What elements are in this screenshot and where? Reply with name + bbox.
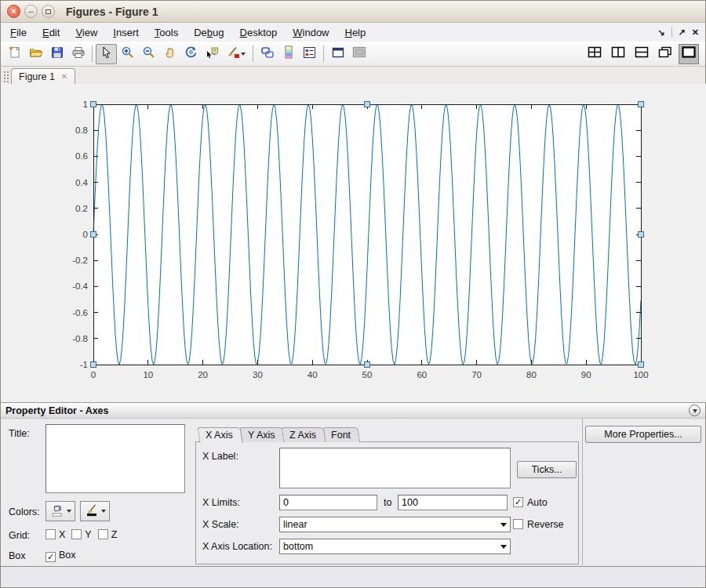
x-label-label: X Label:: [202, 451, 238, 462]
colors-label: Colors:: [9, 506, 40, 517]
hide-plot-tools-button[interactable]: [327, 44, 348, 64]
menu-item-window[interactable]: Window: [287, 24, 334, 41]
x-limits-auto-checkbox[interactable]: ✓: [513, 497, 523, 507]
svg-text:80: 80: [526, 370, 537, 379]
insert-colorbar-button[interactable]: [278, 44, 299, 64]
x-limits-min-input[interactable]: [279, 495, 377, 510]
window-maximize-button[interactable]: [42, 5, 55, 18]
menu-item-debug[interactable]: Debug: [188, 24, 229, 41]
save-icon: [51, 46, 64, 62]
layout-split-horizontal-icon: [635, 46, 649, 61]
show-plot-tools-button[interactable]: [348, 44, 369, 64]
more-properties-button[interactable]: More Properties...: [585, 426, 701, 443]
tab-grip-handle[interactable]: [2, 70, 9, 82]
svg-text:0: 0: [91, 370, 96, 379]
tab-font[interactable]: Font: [323, 427, 361, 442]
figure-toolbar: [1, 42, 705, 67]
line-color-caret: [101, 510, 106, 513]
hand-pan-icon: [164, 46, 176, 62]
grid-x-checkbox[interactable]: [45, 529, 56, 539]
toolbar-separator: [92, 45, 93, 62]
zoom-in-button[interactable]: [117, 44, 138, 64]
brush-dropdown-caret[interactable]: [241, 53, 246, 56]
menu-item-tools[interactable]: Tools: [149, 24, 184, 41]
svg-text:-0.6: -0.6: [72, 308, 88, 318]
toolbar-separator: [323, 45, 324, 62]
figure-canvas[interactable]: 0102030405060708090100-1-0.8-0.6-0.4-0.2…: [1, 84, 705, 402]
x-label-input[interactable]: [279, 448, 511, 488]
rotate-3d-button[interactable]: [180, 44, 202, 64]
box-label: Box: [9, 550, 26, 561]
menu-item-edit[interactable]: Edit: [37, 24, 65, 41]
layout-split-horizontal-button[interactable]: [631, 44, 652, 64]
maximize-icon: [45, 9, 51, 14]
x-scale-label: X Scale:: [202, 519, 239, 530]
x-limits-max-input[interactable]: [398, 495, 508, 510]
grid-y-checkbox[interactable]: [71, 529, 82, 539]
toolbar-separator: [253, 45, 253, 62]
svg-text:10: 10: [143, 370, 153, 379]
layout-grid-icon: [588, 46, 602, 61]
svg-text:0.8: 0.8: [75, 125, 88, 135]
layout-float-button[interactable]: [655, 44, 675, 64]
layout-maximized-icon: [682, 46, 696, 61]
property-editor-header[interactable]: Property Editor - Axes: [1, 402, 705, 419]
dock-figure-icon[interactable]: ↘: [657, 27, 664, 38]
tab-close-icon[interactable]: ✕: [61, 72, 67, 81]
brush-icon: [227, 46, 240, 62]
property-editor-body: Title: Colors: Grid: X Y Z Box ✓Box X Ax…: [1, 419, 705, 567]
print-figure-button[interactable]: [67, 44, 89, 64]
fill-color-button[interactable]: [45, 501, 75, 521]
svg-text:-0.8: -0.8: [72, 334, 88, 343]
layout-grid-button[interactable]: [584, 44, 605, 64]
pan-button[interactable]: [159, 44, 180, 64]
grid-z-checkbox[interactable]: [98, 529, 108, 539]
menu-item-insert[interactable]: Insert: [107, 24, 144, 41]
paint-bucket-icon: [50, 503, 64, 520]
box-checkbox[interactable]: ✓: [45, 552, 56, 562]
line-color-button[interactable]: [80, 501, 110, 521]
new-figure-icon: [8, 45, 21, 62]
print-icon: [71, 46, 86, 62]
x-axis-location-value: bottom: [283, 541, 313, 552]
menu-item-view[interactable]: View: [70, 24, 103, 41]
axis-tab-strip: X Axis Y Axis Z Axis Font: [198, 427, 358, 442]
brush-data-button[interactable]: [223, 44, 249, 64]
edit-plot-button[interactable]: [96, 44, 117, 64]
menu-item-file[interactable]: File: [5, 24, 32, 41]
save-figure-button[interactable]: [46, 44, 67, 64]
reverse-checkbox[interactable]: [513, 519, 523, 529]
insert-legend-button[interactable]: [299, 44, 320, 64]
undock-icon[interactable]: ↗: [679, 27, 686, 38]
svg-text:0: 0: [83, 230, 88, 239]
data-cursor-button[interactable]: [202, 44, 223, 64]
collapse-panel-icon[interactable]: [689, 405, 701, 416]
zoom-out-icon: [142, 45, 155, 62]
tab-figure-1[interactable]: Figure 1 ✕: [11, 68, 75, 84]
open-file-button[interactable]: [25, 44, 46, 64]
x-axis-location-dropdown[interactable]: bottom: [279, 539, 511, 554]
layout-split-vertical-icon: [611, 46, 625, 61]
window-close-button[interactable]: ×: [7, 5, 20, 18]
new-figure-button[interactable]: [4, 44, 25, 64]
pointer-arrow-icon: [101, 46, 112, 62]
tab-y-axis[interactable]: Y Axis: [239, 427, 284, 442]
axes-plot[interactable]: 0102030405060708090100-1-0.8-0.6-0.4-0.2…: [1, 84, 706, 402]
menu-item-desktop[interactable]: Desktop: [235, 24, 283, 41]
zoom-out-button[interactable]: [138, 44, 159, 64]
svg-text:-0.4: -0.4: [72, 281, 88, 291]
tab-z-axis[interactable]: Z Axis: [282, 427, 326, 442]
x-scale-dropdown[interactable]: linear: [279, 517, 511, 532]
svg-text:0.4: 0.4: [75, 178, 89, 187]
layout-split-vertical-button[interactable]: [608, 44, 628, 64]
close-figure-icon[interactable]: ✕: [692, 27, 699, 38]
menu-item-help[interactable]: Help: [340, 24, 372, 41]
fill-color-caret: [67, 510, 71, 513]
layout-maximized-button[interactable]: [679, 44, 699, 64]
ticks-button[interactable]: Ticks...: [517, 461, 577, 478]
axes-title-input[interactable]: [45, 424, 185, 493]
tab-x-axis[interactable]: X Axis: [198, 427, 243, 443]
link-plot-button[interactable]: [257, 44, 278, 64]
window-minimize-button[interactable]: –: [24, 5, 38, 18]
grid-x-label: X: [59, 529, 65, 540]
